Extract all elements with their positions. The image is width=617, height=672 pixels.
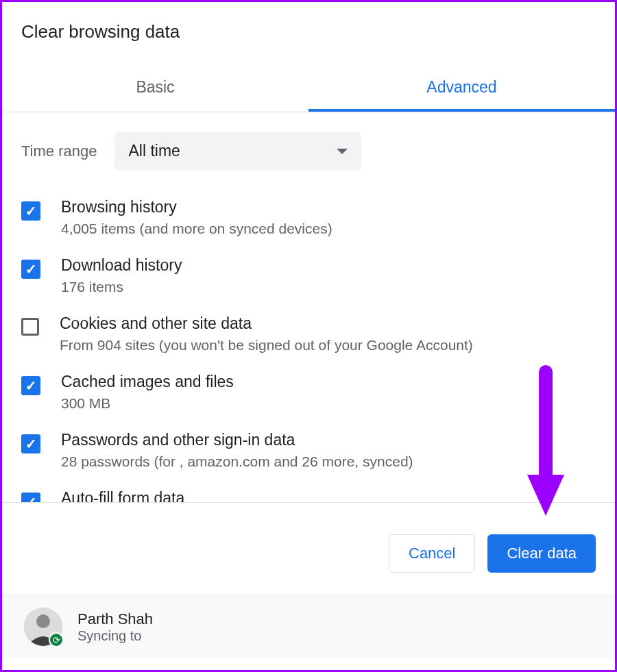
check-icon: ✓ (25, 377, 37, 394)
check-icon: ✓ (25, 436, 37, 452)
account-status: Syncing to (77, 628, 153, 644)
check-icon: ✓ (25, 261, 37, 277)
check-icon: ✓ (25, 494, 37, 503)
item-title: Passwords and other sign-in data (61, 431, 596, 449)
dropdown-caret-icon (337, 149, 348, 154)
checkbox-autofill[interactable]: ✓ (21, 493, 40, 503)
item-subtitle: From 904 sites (you won't be signed out … (60, 337, 596, 353)
tab-basic[interactable]: Basic (2, 66, 308, 112)
item-title: Browsing history (61, 198, 596, 216)
content-area: Time range All time ✓ Browsing history 4… (2, 112, 615, 503)
item-title: Auto-fill form data (61, 489, 596, 503)
item-subtitle: 28 passwords (for , amazon.com and 26 mo… (61, 453, 596, 470)
checkbox-cookies[interactable] (21, 318, 39, 336)
item-title: Download history (61, 256, 596, 275)
time-range-select[interactable]: All time (114, 132, 361, 171)
account-name: Parth Shah (77, 610, 153, 628)
tab-advanced[interactable]: Advanced (308, 66, 615, 112)
item-subtitle: 176 items (61, 279, 596, 295)
item-title: Cookies and other site data (60, 314, 596, 333)
time-range-value: All time (128, 142, 180, 160)
sync-badge-icon: ⟳ (49, 632, 64, 647)
time-range-label: Time range (21, 142, 97, 160)
item-title: Cached images and files (61, 373, 596, 391)
account-bar: ⟳ Parth Shah Syncing to (2, 595, 615, 658)
checkbox-browsing-history[interactable]: ✓ (21, 201, 40, 221)
svg-point-1 (36, 614, 50, 628)
checkbox-passwords[interactable]: ✓ (21, 434, 40, 453)
check-icon: ✓ (25, 203, 37, 219)
cancel-button[interactable]: Cancel (389, 534, 475, 573)
tab-bar: Basic Advanced (2, 66, 615, 112)
clear-data-button[interactable]: Clear data (487, 534, 596, 573)
checkbox-download-history[interactable]: ✓ (21, 260, 40, 279)
dialog-title: Clear browsing data (21, 21, 596, 42)
checkbox-cached-images[interactable]: ✓ (21, 376, 40, 395)
item-subtitle: 300 MB (61, 395, 596, 412)
item-subtitle: 4,005 items (and more on synced devices) (61, 221, 596, 237)
